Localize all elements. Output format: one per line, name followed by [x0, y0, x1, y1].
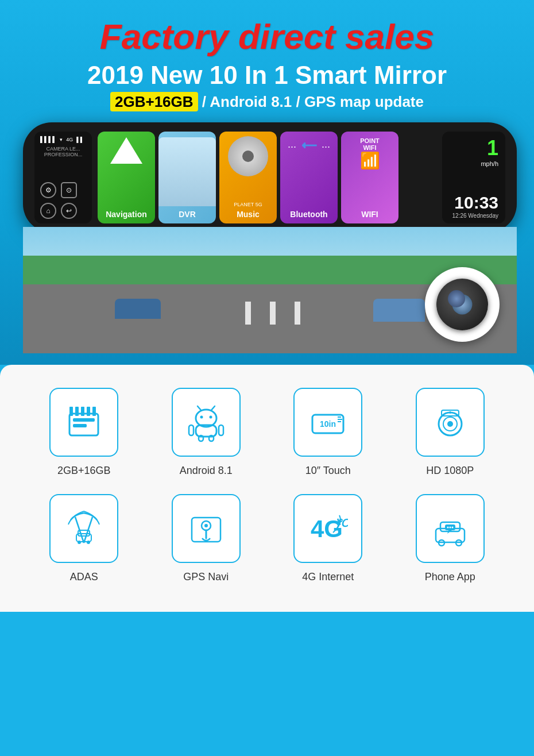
bt-dots-left: ··· — [288, 141, 296, 153]
svg-rect-3 — [81, 407, 84, 416]
adas-icon-box — [49, 494, 118, 563]
android-icon-box — [172, 388, 241, 457]
adas-icon — [64, 508, 104, 549]
app-bluetooth[interactable]: ··· ⭠ ··· Bluetooth — [280, 132, 338, 223]
point-wifi-text: POINTWIFI — [360, 137, 380, 151]
spec-line: 2GB+16GB / Android 8.1 / GPS map update — [23, 93, 511, 111]
dvr-label: DVR — [179, 210, 196, 219]
app-wifi[interactable]: POINTWIFI 📶 WIFI — [341, 132, 398, 223]
app-music[interactable]: PLANET 5G Music — [219, 132, 277, 223]
sub-title: 2019 New 10 In 1 Smart Mirror — [23, 61, 511, 90]
car-right — [373, 299, 425, 322]
phone-icon-box — [416, 494, 485, 563]
svg-rect-1 — [69, 407, 73, 416]
date-value: 12:26 Wednesday — [452, 213, 498, 219]
touch-icon-box: 10in — [293, 388, 362, 457]
feature-gps: GPS Navi — [151, 494, 262, 583]
svg-rect-5 — [92, 407, 96, 416]
camera-icon-box — [416, 388, 485, 457]
top-section: Factory direct sales 2019 New 10 In 1 Sm… — [0, 0, 534, 365]
adas-label: ADAS — [70, 571, 98, 583]
android-icon — [186, 402, 226, 442]
speed-value: 1 — [481, 136, 498, 160]
svg-text:10in: 10in — [320, 419, 336, 429]
screen-icon: 10in — [308, 402, 348, 442]
time-display: 10:33 12:26 Wednesday — [452, 193, 498, 219]
bt-dots-right: ··· — [322, 141, 330, 153]
mirror-device: ▌▌▌▌ ▾ 4G ▌▌ CAMERA LE... PROFESSION... … — [23, 122, 517, 233]
gps-icon — [186, 508, 226, 549]
camera-label: CAMERA LE... — [40, 146, 86, 152]
feature-touch: 10in 10″ Touch — [273, 388, 384, 477]
car-left — [115, 299, 161, 319]
app-dvr[interactable]: DVR — [158, 132, 216, 223]
mirror-apps: Navigation DVR PLANET 5G Music — [98, 132, 436, 223]
phone-icon — [430, 508, 470, 549]
settings-icon: ⚙ — [40, 182, 56, 198]
battery-icon: ▌▌ — [76, 137, 84, 142]
4g-label: 4G Internet — [302, 571, 354, 583]
back-icon: ↩ — [61, 203, 77, 219]
svg-rect-4 — [87, 407, 90, 416]
feature-camera: HD 1080P — [395, 388, 506, 477]
spec-highlight: 2GB+16GB — [110, 92, 198, 111]
lens-icon: ⊙ — [61, 182, 77, 198]
gps-label: GPS Navi — [183, 571, 229, 583]
svg-point-25 — [447, 421, 453, 427]
signal-icon: ▌▌▌▌ — [40, 136, 56, 142]
speed-unit: mph/h — [481, 160, 498, 167]
features-grid: 2GB+16GB — [29, 388, 505, 583]
time-value: 10:33 — [452, 193, 498, 213]
professional-label: PROFESSION... — [40, 152, 86, 157]
svg-line-11 — [198, 406, 201, 410]
feature-4g: 4G ℃ 4G Internet — [273, 494, 384, 583]
svg-point-32 — [78, 541, 81, 544]
feature-android: Android 8.1 — [151, 388, 262, 477]
svg-point-9 — [200, 416, 203, 419]
svg-point-33 — [87, 541, 90, 544]
spec-rest: / Android 8.1 / GPS map update — [198, 93, 424, 110]
4g-icon-box: 4G ℃ — [293, 494, 362, 563]
svg-rect-6 — [73, 418, 95, 422]
camera-lens — [436, 279, 488, 330]
svg-point-36 — [204, 524, 208, 527]
memory-icon-box — [49, 388, 118, 457]
music-label: Music — [237, 210, 260, 219]
svg-rect-15 — [219, 425, 223, 435]
svg-rect-7 — [73, 424, 87, 427]
phone-label: Phone App — [425, 571, 475, 583]
road-scene — [23, 227, 517, 353]
svg-point-10 — [209, 416, 212, 419]
music-subtitle: PLANET 5G — [234, 202, 262, 207]
svg-point-46 — [451, 527, 453, 529]
camera-icon — [430, 402, 470, 442]
camera-label-feat: HD 1080P — [426, 465, 474, 477]
4g-status: 4G — [66, 137, 73, 142]
features-section: 2GB+16GB — [0, 365, 534, 612]
mirror-right-panel: 1 mph/h 10:33 12:26 Wednesday — [442, 132, 505, 223]
svg-point-45 — [449, 527, 451, 529]
memory-label: 2GB+16GB — [57, 465, 111, 477]
feature-phone: Phone App — [395, 494, 506, 583]
app-navigation[interactable]: Navigation — [98, 132, 155, 223]
svg-line-12 — [211, 406, 215, 410]
svg-rect-14 — [189, 425, 194, 435]
mirror-device-wrapper: ▌▌▌▌ ▾ 4G ▌▌ CAMERA LE... PROFESSION... … — [23, 122, 517, 353]
wifi-status-icon: ▾ — [60, 137, 63, 142]
svg-point-44 — [447, 527, 448, 529]
rear-camera — [425, 267, 500, 342]
svg-rect-2 — [75, 407, 79, 416]
android-label: Android 8.1 — [180, 465, 233, 477]
icon-row-2: ⌂ ↩ — [40, 203, 86, 219]
left-icons: ⚙ ⊙ ⌂ ↩ — [40, 182, 86, 219]
speed-indicator: 1 mph/h — [481, 136, 498, 167]
home-icon: ⌂ — [40, 203, 56, 219]
bt-symbol: ⭠ — [301, 137, 317, 156]
gps-icon-box — [172, 494, 241, 563]
touch-label: 10″ Touch — [305, 465, 351, 477]
bt-label: Bluetooth — [290, 210, 327, 219]
wifi-label: WIFI — [361, 210, 378, 219]
mirror-left-panel: ▌▌▌▌ ▾ 4G ▌▌ CAMERA LE... PROFESSION... … — [34, 132, 92, 223]
main-title: Factory direct sales — [23, 17, 511, 56]
feature-adas: ADAS — [29, 494, 140, 583]
